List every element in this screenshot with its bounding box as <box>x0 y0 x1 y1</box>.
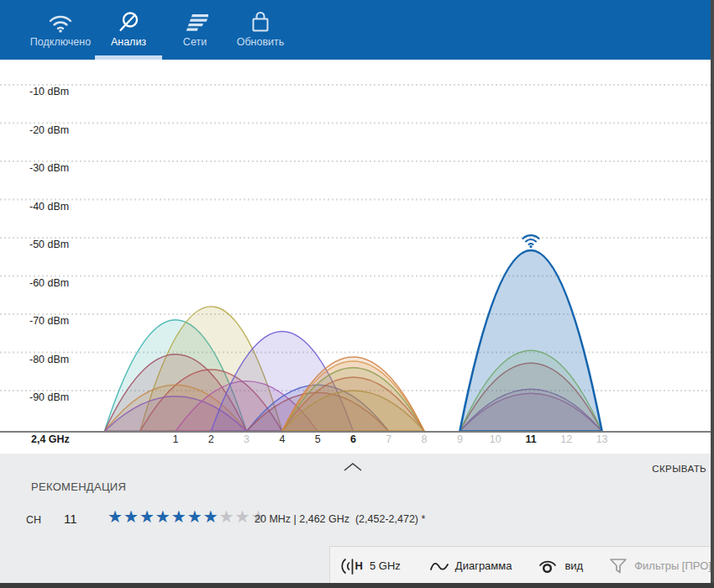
channel-tick-13: 13 <box>596 433 608 445</box>
channel-tick-9: 9 <box>457 433 463 445</box>
tab-connected[interactable]: Подключено <box>27 0 94 60</box>
tab-refresh[interactable]: Обновить <box>227 0 294 60</box>
spectrum-chart <box>0 60 711 454</box>
window-bottom-border <box>0 583 714 588</box>
y-tick-label: -60 dBm <box>29 277 69 289</box>
x-axis-band-label: 2,4 GHz <box>31 433 70 445</box>
channel-rating-stars: ★★★★★★★★★★ <box>108 507 266 527</box>
star-filled: ★ <box>155 507 171 526</box>
band-5ghz-label: 5 GHz <box>370 559 401 572</box>
channel-label: CH <box>26 514 41 526</box>
star-filled: ★ <box>203 507 219 526</box>
star-filled: ★ <box>171 507 187 526</box>
top-nav-bar: Подключено Анализ <box>0 0 711 60</box>
filters-pro-button[interactable]: Фильтры [ПРО] <box>608 557 711 575</box>
star-filled: ★ <box>139 507 155 526</box>
y-tick-label: -70 dBm <box>29 315 69 327</box>
y-tick-label: -30 dBm <box>29 162 69 174</box>
channel-tick-7: 7 <box>386 433 391 445</box>
star-filled: ★ <box>123 507 139 526</box>
connected-wifi-icon <box>521 232 541 252</box>
eye-icon <box>537 558 559 575</box>
y-tick-label: -90 dBm <box>29 391 69 403</box>
y-tick-label: -40 dBm <box>29 201 69 213</box>
filters-pro-label: Фильтры [ПРО] <box>634 559 711 572</box>
channel-tick-12: 12 <box>560 433 572 445</box>
y-tick-label: -80 dBm <box>29 354 69 365</box>
channel-tick-1: 1 <box>173 433 179 445</box>
tab-refresh-label: Обновить <box>237 36 285 48</box>
tab-analyze[interactable]: Анализ <box>95 0 162 60</box>
view-label: вид <box>564 559 583 572</box>
channel-tick-4: 4 <box>279 433 285 445</box>
diagram-label: Диаграмма <box>455 559 512 572</box>
collapse-chevron-button[interactable] <box>340 460 365 475</box>
y-tick-label: -50 dBm <box>29 239 69 250</box>
hide-button[interactable]: СКРЫВАТЬ <box>652 464 706 474</box>
channel-tick-5: 5 <box>315 433 321 445</box>
recommendation-panel: СКРЫВАТЬ РЕКОМЕНДАЦИЯ CH 11 ★★★★★★★★★★ 2… <box>0 454 714 588</box>
channel-tick-11: 11 <box>525 433 536 445</box>
recommended-channel-value: 11 <box>64 512 77 526</box>
selected-tab-underline <box>95 55 162 60</box>
tab-networks[interactable]: Сети <box>161 0 228 60</box>
band-5ghz-button[interactable]: H 5 GHz <box>341 556 401 576</box>
view-button[interactable]: вид <box>537 558 583 575</box>
star-filled: ★ <box>108 507 123 526</box>
star-filled: ★ <box>187 507 203 526</box>
wifi-icon <box>48 11 73 34</box>
networks-icon <box>181 11 208 34</box>
analyze-icon <box>117 11 140 34</box>
svg-text:H: H <box>355 559 363 571</box>
filter-funnel-icon <box>608 557 628 575</box>
channel-tick-6: 6 <box>350 433 356 445</box>
tab-connected-label: Подключено <box>30 36 91 48</box>
diagram-button[interactable]: Диаграмма <box>429 559 512 574</box>
channel-tick-8: 8 <box>422 433 428 445</box>
tab-analyze-label: Анализ <box>111 36 146 48</box>
y-tick-label: -10 dBm <box>29 86 69 97</box>
wave-icon <box>429 559 449 574</box>
tab-networks-label: Сети <box>183 36 207 48</box>
frequency-band-icon: H <box>341 556 364 576</box>
star-empty: ★ <box>219 507 235 526</box>
y-tick-label: -20 dBm <box>29 124 69 136</box>
x-axis-line <box>0 431 711 433</box>
recommendation-title: РЕКОМЕНДАЦИЯ <box>31 480 126 493</box>
channel-tick-2: 2 <box>208 433 214 445</box>
bottom-toolbar: H 5 GHz Диаграмма вид <box>329 546 711 585</box>
channel-spec-text: 20 MHz | 2,462 GHz (2,452-2,472) * <box>255 513 425 525</box>
channel-tick-3: 3 <box>244 433 249 445</box>
window-right-border <box>711 0 714 588</box>
bag-icon <box>249 11 271 34</box>
channel-tick-10: 10 <box>490 433 501 445</box>
star-empty: ★ <box>235 507 251 526</box>
